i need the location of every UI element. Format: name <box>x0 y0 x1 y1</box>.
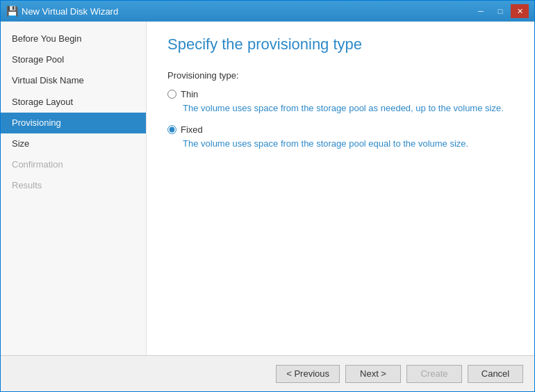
title-bar: 💾 New Virtual Disk Wizard ─ □ ✕ <box>1 1 534 22</box>
cancel-button[interactable]: Cancel <box>468 365 523 383</box>
fixed-option: Fixed The volume uses space from the sto… <box>167 124 513 150</box>
sidebar-item-provisioning[interactable]: Provisioning <box>1 113 146 133</box>
thin-description: The volume uses space from the storage p… <box>183 102 513 115</box>
thin-radio[interactable] <box>167 90 176 99</box>
fixed-description: The volume uses space from the storage p… <box>183 138 513 150</box>
footer: < Previous Next > Create Cancel <box>1 355 534 391</box>
title-bar-controls: ─ □ ✕ <box>472 4 529 18</box>
window-icon: 💾 <box>6 6 17 17</box>
sidebar-item-virtual-disk-name[interactable]: Virtual Disk Name <box>1 70 146 91</box>
fixed-radio-label[interactable]: Fixed <box>167 124 513 135</box>
wizard-window: 💾 New Virtual Disk Wizard ─ □ ✕ Before Y… <box>0 0 535 392</box>
thin-option: Thin The volume uses space from the stor… <box>167 89 513 115</box>
provisioning-radio-group: Thin The volume uses space from the stor… <box>167 89 513 150</box>
previous-button[interactable]: < Previous <box>276 365 340 383</box>
sidebar-item-storage-layout[interactable]: Storage Layout <box>1 92 146 113</box>
fixed-radio[interactable] <box>167 125 176 134</box>
window-title: New Virtual Disk Wizard <box>22 6 118 17</box>
content-area: Before You Begin Storage Pool Virtual Di… <box>1 22 534 391</box>
create-button[interactable]: Create <box>406 365 462 383</box>
title-bar-left: 💾 New Virtual Disk Wizard <box>6 6 118 17</box>
sidebar-item-before-you-begin[interactable]: Before You Begin <box>1 28 146 49</box>
page-area: Specify the provisioning type Provisioni… <box>147 22 534 355</box>
sidebar-item-results: Results <box>1 175 146 196</box>
sidebar: Before You Begin Storage Pool Virtual Di… <box>1 22 147 355</box>
sidebar-item-confirmation: Confirmation <box>1 154 146 175</box>
next-button[interactable]: Next > <box>345 365 401 383</box>
sidebar-item-storage-pool[interactable]: Storage Pool <box>1 49 146 70</box>
close-button[interactable]: ✕ <box>511 4 529 18</box>
main-content: Before You Begin Storage Pool Virtual Di… <box>1 22 534 355</box>
provisioning-section-label: Provisioning type: <box>167 70 513 81</box>
minimize-button[interactable]: ─ <box>472 4 490 18</box>
maximize-button[interactable]: □ <box>491 4 509 18</box>
page-title: Specify the provisioning type <box>167 35 513 54</box>
thin-radio-label[interactable]: Thin <box>167 89 513 99</box>
sidebar-item-size[interactable]: Size <box>1 133 146 154</box>
